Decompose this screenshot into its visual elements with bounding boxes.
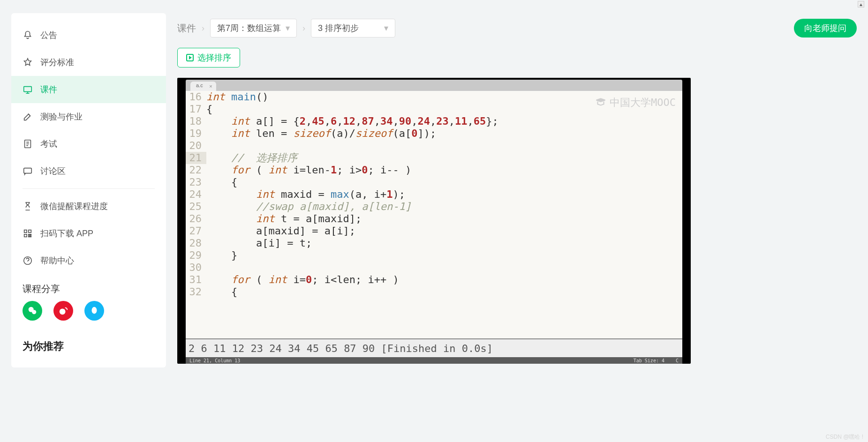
line-number: 25 — [186, 201, 206, 213]
editor-tab-label: a.c — [196, 82, 203, 88]
code-line: 20 — [186, 140, 682, 152]
code-text: for ( int i=len-1; i>0; i-- ) — [206, 164, 682, 176]
chat-icon — [23, 166, 33, 176]
line-number: 27 — [186, 225, 206, 237]
chevron-down-icon: ▾ — [286, 23, 290, 33]
code-text — [206, 262, 682, 274]
svg-rect-5 — [24, 234, 27, 237]
chevron-right-icon: › — [302, 23, 305, 33]
sidebar-item-edit[interactable]: 测验与作业 — [11, 103, 166, 130]
scroll-up-button[interactable]: ▲ — [858, 1, 864, 7]
code-text: int a[] = {2,45,6,12,87,34,90,24,23,11,6… — [206, 115, 682, 127]
sidebar-item-hourglass[interactable]: 微信提醒课程进度 — [11, 193, 166, 220]
code-line: 26 int t = a[maxid]; — [186, 213, 682, 225]
code-line: 19 int len = sizeof(a)/sizeof(a[0]); — [186, 127, 682, 140]
code-text: for ( int i=0; i<len; i++ ) — [206, 274, 682, 286]
editor-tab-bar: a.c× — [186, 80, 682, 91]
line-number: 21 — [186, 152, 206, 164]
svg-rect-4 — [29, 230, 31, 233]
line-number: 24 — [186, 188, 206, 201]
code-line: 21 // 选择排序 — [186, 152, 682, 164]
lesson-chip-label: 选择排序 — [197, 52, 231, 63]
sidebar-item-label: 扫码下载 APP — [40, 228, 93, 239]
line-number: 23 — [186, 176, 206, 188]
code-line: 32 { — [186, 286, 682, 298]
status-bar: Line 21, Column 13 Tab Size: 4 C — [186, 357, 682, 364]
sidebar-item-label: 公告 — [40, 30, 57, 41]
sidebar-item-chat[interactable]: 讨论区 — [11, 157, 166, 185]
play-icon — [186, 54, 194, 61]
video-player[interactable]: a.c× 中国大学MOOC 16int main()17{18 int a[] … — [177, 78, 691, 364]
line-number: 30 — [186, 262, 206, 274]
ask-teacher-button[interactable]: 向老师提问 — [794, 19, 857, 37]
recommend-title: 为你推荐 — [11, 329, 166, 359]
lesson-chip[interactable]: 选择排序 — [177, 48, 240, 67]
week-select[interactable]: 第7周：数组运算▾ — [210, 19, 297, 37]
doc-icon — [23, 139, 33, 149]
sidebar-separator — [23, 188, 155, 189]
code-text: } — [206, 249, 682, 262]
code-text: int maxid = max(a, i+1); — [206, 188, 682, 201]
code-line: 24 int maxid = max(a, i+1); — [186, 188, 682, 201]
line-number: 20 — [186, 140, 206, 152]
line-number: 29 — [186, 249, 206, 262]
code-text: a[maxid] = a[i]; — [206, 225, 682, 237]
code-text — [206, 140, 682, 152]
svg-point-8 — [32, 310, 36, 314]
main-content: 课件 › 第7周：数组运算▾ › 3 排序初步▾ 向老师提问 选择排序 a.c×… — [177, 13, 857, 367]
code-text: a[i] = t; — [206, 237, 682, 249]
language-mode[interactable]: C — [676, 358, 679, 363]
csdn-watermark: CSDN @嘿哈 ! — [826, 433, 863, 441]
share-qq-icon[interactable] — [84, 301, 104, 321]
sidebar-item-lecture[interactable]: 课件 — [11, 76, 166, 103]
sidebar-item-doc[interactable]: 考试 — [11, 130, 166, 157]
output-text: 2 6 11 12 23 24 34 45 65 87 90 [Finished… — [189, 343, 493, 354]
svg-rect-0 — [24, 87, 32, 92]
close-icon[interactable]: × — [209, 83, 212, 89]
code-line: 25 //swap a[maxid], a[len-1] — [186, 201, 682, 213]
sidebar-item-star[interactable]: 评分标准 — [11, 49, 166, 76]
code-line: 18 int a[] = {2,45,6,12,87,34,90,24,23,1… — [186, 115, 682, 127]
sidebar-item-label: 考试 — [40, 138, 57, 150]
line-number: 17 — [186, 103, 206, 115]
sidebar-item-label: 讨论区 — [40, 165, 66, 177]
line-number: 16 — [186, 91, 206, 103]
edit-icon — [23, 112, 33, 122]
editor-tab[interactable]: a.c× — [190, 82, 216, 91]
line-number: 28 — [186, 237, 206, 249]
svg-rect-2 — [24, 168, 32, 173]
qr-icon — [23, 228, 33, 239]
code-text: { — [206, 286, 682, 298]
share-title: 课程分享 — [11, 274, 166, 301]
watermark: 中国大学MOOC — [595, 97, 676, 109]
section-select[interactable]: 3 排序初步▾ — [311, 19, 395, 37]
line-number: 18 — [186, 115, 206, 127]
sidebar-item-help[interactable]: 帮助中心 — [11, 247, 166, 274]
hourglass-icon — [23, 201, 33, 211]
code-text: //swap a[maxid], a[len-1] — [206, 201, 682, 213]
share-weibo-icon[interactable] — [53, 301, 73, 321]
svg-point-10 — [92, 307, 97, 314]
svg-point-9 — [60, 308, 66, 315]
week-select-label: 第7周：数组运算 — [217, 22, 281, 34]
svg-rect-3 — [24, 230, 27, 233]
code-line: 27 a[maxid] = a[i]; — [186, 225, 682, 237]
sidebar-item-label: 评分标准 — [40, 57, 74, 68]
line-number: 31 — [186, 274, 206, 286]
code-line: 31 for ( int i=0; i<len; i++ ) — [186, 274, 682, 286]
tab-size[interactable]: Tab Size: 4 — [634, 358, 664, 363]
code-line: 23 { — [186, 176, 682, 188]
sidebar-item-qr[interactable]: 扫码下载 APP — [11, 220, 166, 247]
lecture-icon — [23, 84, 33, 95]
sidebar-item-label: 微信提醒课程进度 — [40, 201, 108, 212]
share-wechat-icon[interactable] — [23, 301, 42, 321]
code-line: 30 — [186, 262, 682, 274]
output-panel: 2 6 11 12 23 24 34 45 65 87 90 [Finished… — [186, 338, 682, 357]
sidebar-item-bell[interactable]: 公告 — [11, 22, 166, 49]
code-line: 29 } — [186, 249, 682, 262]
breadcrumb-root[interactable]: 课件 — [177, 22, 196, 35]
sidebar-item-label: 课件 — [40, 84, 57, 95]
cursor-position: Line 21, Column 13 — [189, 358, 240, 363]
line-number: 32 — [186, 286, 206, 298]
code-text: { — [206, 176, 682, 188]
